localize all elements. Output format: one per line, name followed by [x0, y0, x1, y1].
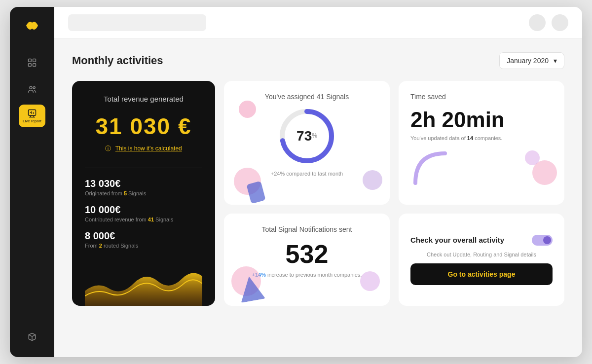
activity-header: Check your overall activity: [410, 235, 553, 246]
donut-value: 73: [296, 128, 312, 144]
time-subtitle: You've updated data of 14 companies.: [410, 135, 502, 141]
signals-compare: +24% compared to last month: [271, 171, 343, 177]
sidebar: Live report: [10, 7, 54, 357]
sidebar-item-users[interactable]: [19, 78, 45, 101]
revenue-stat-3: 8 000€ From 2 routed Signals: [85, 230, 202, 249]
activity-subtitle: Check out Update, Routing and Signal det…: [410, 252, 553, 257]
revenue-title: Total revenue generated: [85, 95, 202, 103]
signals-card: You've assigned 41 Signals 73% +24% comp…: [224, 81, 390, 205]
revenue-stat-1: 13 030€ Originated from 5 Signals: [85, 178, 202, 196]
info-icon: ⓘ: [105, 145, 111, 152]
stat3-value: 8 000€: [85, 230, 202, 242]
notif-blob-2: [360, 271, 380, 291]
signals-title: You've assigned 41 Signals: [265, 93, 349, 101]
revenue-stat-2: 10 000€ Contributed revenue from 41 Sign…: [85, 204, 202, 222]
blob-decoration-1: [239, 101, 256, 118]
svg-rect-1: [33, 59, 36, 62]
stat2-value: 10 000€: [85, 204, 202, 216]
time-value: 2h 20min: [410, 108, 505, 132]
notif-title: Total Signal Notifications sent: [262, 225, 352, 233]
sidebar-item-live-report[interactable]: Live report: [19, 105, 45, 127]
activity-toggle[interactable]: [532, 235, 553, 246]
blob-decoration-4: [246, 181, 265, 204]
notif-value: 532: [286, 239, 329, 269]
revenue-card: Total revenue generated 31 030 € ⓘ This …: [72, 81, 215, 306]
time-arc-decoration: [410, 148, 450, 190]
svg-point-4: [30, 86, 32, 89]
notif-compare: +14% increase to previous month companie…: [252, 272, 362, 278]
main-content: Monthly activities January 2020 ▾ Total …: [54, 7, 582, 357]
sidebar-item-product[interactable]: [19, 326, 45, 348]
cards-grid: Total revenue generated 31 030 € ⓘ This …: [72, 81, 564, 306]
svg-rect-2: [29, 64, 32, 67]
search-bar[interactable]: [68, 14, 206, 31]
stat1-value: 13 030€: [85, 178, 202, 189]
go-to-activities-button[interactable]: Go to activities page: [410, 263, 553, 285]
stat1-label: Originated from 5 Signals: [85, 190, 202, 196]
notif-triangle: [237, 274, 265, 303]
stat2-label: Contributed revenue from 41 Signals: [85, 217, 202, 222]
svg-rect-0: [29, 59, 32, 62]
logo[interactable]: [22, 16, 42, 37]
time-title: Time saved: [410, 93, 446, 101]
month-selector[interactable]: January 2020 ▾: [499, 52, 564, 69]
month-label: January 2020: [507, 57, 549, 65]
topbar-btn-1[interactable]: [529, 14, 546, 31]
topbar: [54, 7, 582, 38]
blob-decoration-3: [363, 170, 382, 190]
notifications-card: Total Signal Notifications sent 532 +14%…: [224, 214, 390, 306]
donut-chart: 73%: [277, 107, 336, 166]
revenue-calc-link[interactable]: ⓘ This is how it's calculated: [85, 144, 202, 153]
content-header: Monthly activities January 2020 ▾: [72, 52, 564, 69]
sidebar-item-live-report-label: Live report: [23, 119, 41, 124]
svg-rect-6: [29, 109, 36, 115]
activity-card: Check your overall activity Check out Up…: [399, 214, 564, 306]
page-title: Monthly activities: [72, 54, 163, 67]
svg-point-5: [33, 87, 35, 89]
stat3-label: From 2 routed Signals: [85, 243, 202, 249]
revenue-amount: 31 030 €: [85, 113, 202, 140]
revenue-wave: [85, 256, 202, 306]
svg-rect-3: [33, 64, 36, 67]
calc-link-text[interactable]: This is how it's calculated: [115, 145, 182, 152]
content-area: Monthly activities January 2020 ▾ Total …: [54, 38, 582, 357]
time-saved-card: Time saved 2h 20min You've updated data …: [399, 81, 564, 205]
activity-title: Check your overall activity: [410, 236, 527, 244]
donut-percent: %: [312, 132, 317, 139]
sidebar-item-analytics[interactable]: [19, 51, 45, 74]
chevron-down-icon: ▾: [554, 57, 557, 65]
time-blob-2: [525, 150, 540, 165]
topbar-btn-2[interactable]: [552, 14, 568, 31]
